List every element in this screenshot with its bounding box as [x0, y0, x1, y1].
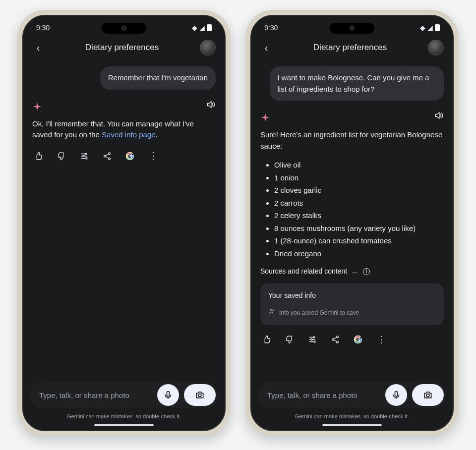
mic-button[interactable]: [157, 384, 179, 406]
info-icon[interactable]: i: [363, 268, 370, 275]
ingredient-list: Olive oil 1 onion 2 cloves garlic 2 carr…: [260, 160, 444, 259]
svg-point-11: [314, 341, 315, 342]
signal-icon: ◢: [199, 24, 205, 32]
saved-info-card[interactable]: Your saved info Info you asked Gemini to…: [260, 283, 444, 325]
sources-label: Sources and related content: [260, 266, 347, 277]
wifi-icon: ◆: [420, 24, 425, 32]
clock: 9:30: [264, 24, 278, 32]
gemini-spark-icon: [260, 112, 270, 122]
list-item: 1 onion: [274, 172, 444, 184]
notch: [102, 23, 146, 34]
svg-point-16: [426, 394, 429, 397]
thumbs-up-button[interactable]: [261, 334, 272, 345]
battery-icon: [207, 24, 212, 31]
mic-button[interactable]: [385, 384, 407, 406]
battery-icon: [435, 24, 440, 31]
notch: [330, 23, 374, 34]
input-bar[interactable]: Type, talk, or share a photo: [257, 382, 447, 408]
share-button[interactable]: [330, 334, 341, 345]
home-indicator[interactable]: [322, 424, 382, 426]
composer: Type, talk, or share a photo Gemini can …: [250, 376, 454, 431]
list-item: 2 carrots: [274, 198, 444, 209]
thumbs-up-button[interactable]: [33, 151, 44, 162]
share-button[interactable]: [102, 151, 113, 162]
thumbs-down-button[interactable]: [56, 151, 67, 162]
svg-point-7: [198, 394, 201, 397]
chat-content: Remember that I'm vegetarian Ok, I'll re…: [22, 62, 226, 376]
input-placeholder: Type, talk, or share a photo: [39, 391, 152, 399]
avatar[interactable]: [428, 40, 444, 56]
disclaimer: Gemini can make mistakes, so double-chec…: [257, 413, 447, 419]
user-message: I want to make Bolognese. Can you give m…: [270, 66, 444, 101]
chat-content: I want to make Bolognese. Can you give m…: [250, 62, 454, 376]
back-button[interactable]: ‹: [260, 42, 272, 54]
svg-rect-15: [395, 392, 398, 396]
camera-button[interactable]: [412, 384, 444, 406]
svg-point-1: [83, 155, 84, 157]
composer: Type, talk, or share a photo Gemini can …: [22, 376, 226, 431]
more-button[interactable]: ⋮: [147, 151, 158, 162]
input-placeholder: Type, talk, or share a photo: [267, 391, 380, 399]
page-title: Dietary preferences: [85, 43, 159, 53]
phone-right: 9:30 ◆ ◢ ‹ Dietary preferences I want to…: [245, 10, 459, 436]
back-button[interactable]: ‹: [32, 42, 44, 54]
home-indicator[interactable]: [94, 424, 154, 426]
title-bar: ‹ Dietary preferences: [22, 35, 226, 62]
phone-left: 9:30 ◆ ◢ ‹ Dietary preferences Remember …: [17, 10, 231, 436]
input-bar[interactable]: Type, talk, or share a photo: [29, 382, 219, 408]
wifi-icon: ◆: [192, 24, 197, 32]
svg-point-2: [86, 158, 87, 159]
speaker-icon[interactable]: [434, 111, 444, 124]
saved-info-subtitle: Info you asked Gemini to save: [279, 308, 359, 317]
svg-point-10: [311, 339, 312, 340]
camera-dot: [350, 26, 355, 31]
saved-info-title: Your saved info: [268, 290, 436, 301]
list-item: Dried oregano: [274, 248, 444, 260]
camera-button[interactable]: [184, 384, 216, 406]
google-search-button[interactable]: [124, 151, 135, 162]
tune-button[interactable]: [307, 334, 318, 345]
assistant-text-suffix: .: [156, 130, 158, 139]
page-title: Dietary preferences: [313, 43, 387, 53]
response-actions: ⋮: [32, 149, 216, 164]
clock: 9:30: [36, 24, 50, 32]
user-message: Remember that I'm vegetarian: [100, 66, 216, 90]
title-bar: ‹ Dietary preferences: [250, 35, 454, 62]
response-actions: ⋮: [260, 332, 444, 347]
disclaimer: Gemini can make mistakes, so double-chec…: [29, 413, 219, 419]
google-logo-icon: [125, 152, 134, 161]
speaker-icon[interactable]: [206, 100, 216, 113]
svg-point-8: [270, 309, 272, 311]
chevron-up-icon: ︿: [352, 267, 358, 276]
svg-point-0: [85, 153, 87, 155]
list-item: 2 cloves garlic: [274, 185, 444, 196]
more-button[interactable]: ⋮: [375, 334, 386, 345]
saved-info-link[interactable]: Saved info page: [102, 130, 155, 139]
signal-icon: ◢: [427, 24, 433, 32]
list-item: 2 celery stalks: [274, 210, 444, 222]
tune-button[interactable]: [79, 151, 90, 162]
google-search-button[interactable]: [353, 334, 363, 345]
assistant-message: Ok, I'll remember that. You can manage w…: [32, 118, 216, 141]
list-item: 1 (28-ounce) can crushed tomatoes: [274, 235, 444, 247]
list-item: 8 ounces mushrooms (any variety you like…: [274, 223, 444, 234]
person-icon: [268, 308, 275, 317]
camera-dot: [121, 26, 126, 31]
avatar[interactable]: [200, 40, 216, 56]
assistant-intro: Sure! Here's an ingredient list for vege…: [260, 129, 444, 152]
sources-toggle[interactable]: Sources and related content ︿ i: [260, 266, 444, 277]
svg-rect-6: [167, 392, 170, 396]
svg-point-9: [313, 337, 315, 338]
gemini-spark-icon: [32, 102, 42, 112]
thumbs-down-button[interactable]: [284, 334, 295, 345]
list-item: Olive oil: [274, 160, 444, 171]
google-logo-icon: [354, 335, 362, 344]
